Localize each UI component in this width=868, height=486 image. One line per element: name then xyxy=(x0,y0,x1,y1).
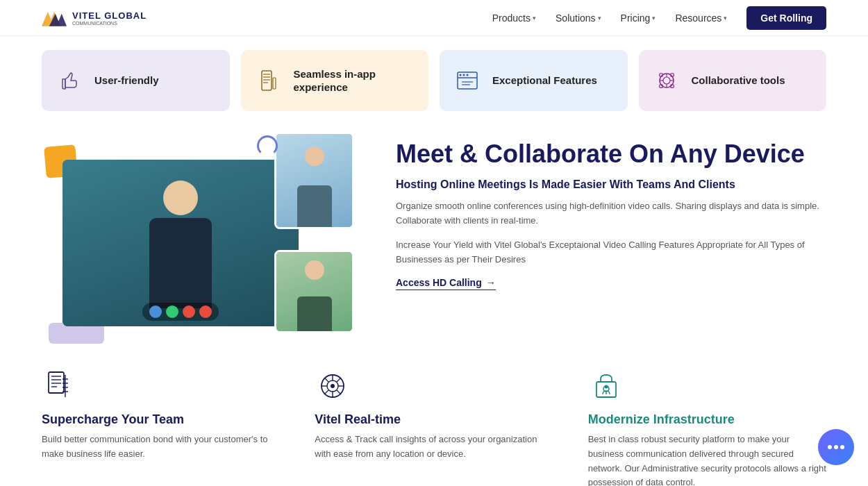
screen-control[interactable] xyxy=(183,305,195,318)
get-rolling-button[interactable]: Get Rolling xyxy=(746,6,826,30)
svg-rect-2 xyxy=(262,71,272,90)
chat-dots xyxy=(828,445,844,449)
thumbnail-1 xyxy=(274,132,354,229)
chevron-down-icon: ▾ xyxy=(652,15,656,22)
svg-point-14 xyxy=(467,74,469,76)
video-control[interactable] xyxy=(166,305,178,318)
logo-icon xyxy=(42,8,67,28)
feature-card-user-friendly: User-friendly xyxy=(42,50,230,111)
hero-title: Meet & Collaborate On Any Device xyxy=(396,139,826,169)
chevron-down-icon: ▾ xyxy=(724,15,727,22)
collaborative-icon xyxy=(651,65,682,96)
chevron-down-icon: ▾ xyxy=(533,15,536,22)
hero-subtitle: Hosting Online Meetings Is Made Easier W… xyxy=(396,178,826,191)
navbar: VITEL GLOBAL COMMUNICATIONS Products ▾ S… xyxy=(0,0,868,36)
svg-point-45 xyxy=(604,385,608,389)
hero-desc1: Organize smooth online conferences using… xyxy=(396,199,826,228)
dot3 xyxy=(840,445,844,449)
end-call-control[interactable] xyxy=(199,305,212,318)
nav-resources[interactable]: Resources ▾ xyxy=(675,12,727,24)
supercharge-icon xyxy=(42,368,78,404)
thumbnail-2 xyxy=(274,250,354,333)
nav-pricing[interactable]: Pricing ▾ xyxy=(621,12,656,24)
dot2 xyxy=(834,445,838,449)
logo: VITEL GLOBAL COMMUNICATIONS xyxy=(42,8,147,28)
features-icon xyxy=(452,65,483,96)
svg-point-41 xyxy=(331,384,335,388)
svg-point-12 xyxy=(460,74,462,76)
video-controls xyxy=(142,303,219,321)
thumbs-up-icon xyxy=(54,65,85,96)
logo-text: VITEL GLOBAL COMMUNICATIONS xyxy=(72,10,147,26)
hero-desc2: Increase Your Yield with Vitel Global's … xyxy=(396,238,826,267)
nav-links: Products ▾ Solutions ▾ Pricing ▾ Resourc… xyxy=(492,6,826,30)
feature-card-collaborative: Collaborative tools xyxy=(639,50,827,111)
chat-bubble[interactable] xyxy=(818,429,854,465)
app-experience-icon xyxy=(253,65,284,96)
realtime-title: Vitel Real-time xyxy=(315,412,553,427)
curve-decoration xyxy=(257,135,278,156)
supercharge-desc: Build better communication bond with you… xyxy=(42,433,280,462)
main-video xyxy=(62,160,299,326)
svg-point-13 xyxy=(463,74,465,76)
chevron-down-icon: ▾ xyxy=(598,15,601,22)
bottom-card-modernize: Modernize Infrastructure Best in class r… xyxy=(588,368,826,486)
access-hd-calling-link[interactable]: Access HD Calling → xyxy=(396,277,496,290)
modernize-icon xyxy=(588,368,624,404)
svg-rect-25 xyxy=(49,372,64,393)
feature-cards: User-friendly Seamless in-app experience xyxy=(0,36,868,125)
svg-rect-42 xyxy=(596,382,616,397)
nav-products[interactable]: Products ▾ xyxy=(492,12,536,24)
bottom-section: Supercharge Your Team Build better commu… xyxy=(0,347,868,486)
modernize-title: Modernize Infrastructure xyxy=(588,412,826,427)
svg-point-16 xyxy=(663,77,670,84)
feature-card-exceptional: Exceptional Features xyxy=(440,50,628,111)
svg-rect-7 xyxy=(273,78,276,89)
bottom-card-supercharge: Supercharge Your Team Build better commu… xyxy=(42,368,280,486)
hero-content: Meet & Collaborate On Any Device Hosting… xyxy=(396,132,826,290)
mic-control[interactable] xyxy=(149,305,162,318)
realtime-icon xyxy=(315,368,351,404)
video-collage xyxy=(42,132,354,347)
bottom-card-vitel-realtime: Vitel Real-time Access & Track call insi… xyxy=(315,368,553,486)
realtime-desc: Access & Track call insights of across y… xyxy=(315,433,553,462)
dot1 xyxy=(828,445,832,449)
nav-solutions[interactable]: Solutions ▾ xyxy=(556,12,601,24)
supercharge-title: Supercharge Your Team xyxy=(42,412,280,427)
modernize-desc: Best in class robust security platform t… xyxy=(588,433,826,486)
feature-card-seamless: Seamless in-app experience xyxy=(241,50,429,111)
main-section: Meet & Collaborate On Any Device Hosting… xyxy=(0,125,868,347)
